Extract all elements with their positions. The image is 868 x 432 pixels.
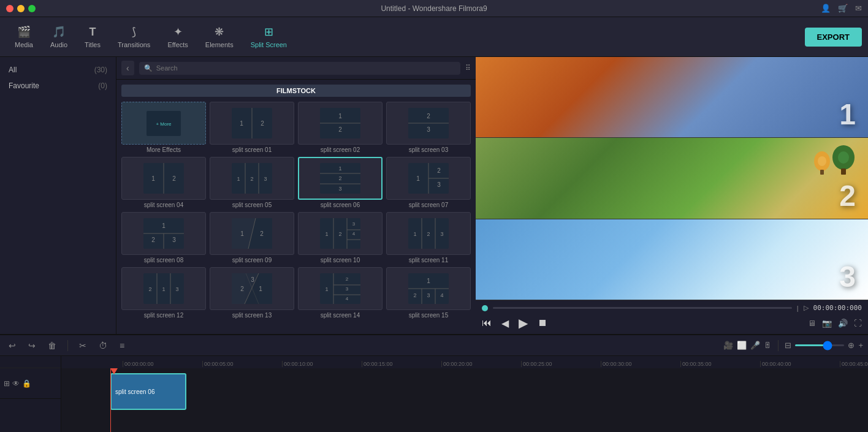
volume-icon[interactable]: 🔊	[838, 319, 848, 328]
play-button[interactable]: ▶	[519, 316, 528, 330]
split-09-thumb[interactable]: 1 2	[210, 212, 294, 255]
split-12-thumb[interactable]: 2 1 3	[121, 267, 206, 310]
pip-icon[interactable]: ⬜	[737, 341, 747, 350]
svg-text:2: 2	[172, 175, 176, 182]
zoom-slider[interactable]	[795, 344, 844, 346]
list-item[interactable]: 1 2 split screen 04	[121, 157, 206, 208]
preview-controls: | ▷ 00:00:00:000 ⏮ ◀ ▶ ⏹ 🖥 📷 🔊 ⛶	[476, 300, 868, 334]
list-item[interactable]: 1 2 3 4 split screen 14	[298, 267, 383, 319]
split-11-thumb[interactable]: 1 2 3	[386, 212, 471, 255]
account-icon[interactable]: 👤	[821, 4, 831, 13]
split-10-thumb[interactable]: 1 2 3 4	[298, 212, 383, 255]
mic-icon[interactable]: 🎤	[750, 341, 760, 350]
close-button[interactable]	[6, 5, 13, 12]
cut-button[interactable]: ✂	[75, 339, 90, 352]
toolbar-divider-2	[778, 340, 779, 351]
grid-view-icon[interactable]: ⠿	[465, 64, 471, 72]
split-06-thumb[interactable]: 1 2 3	[298, 157, 383, 200]
list-item[interactable]: 1 2 3 4 split screen 15	[386, 267, 471, 319]
toolbar-item-titles[interactable]: T Titles	[76, 21, 109, 53]
more-effects-thumb[interactable]: + More	[121, 102, 206, 145]
list-item[interactable]: + More More Effects	[121, 102, 206, 153]
add-track-icon[interactable]: +	[858, 341, 863, 350]
search-input[interactable]	[156, 64, 455, 72]
timeline-clip[interactable]: split screen 06	[110, 373, 186, 410]
export-button[interactable]: EXPORT	[805, 28, 862, 47]
redo-button[interactable]: ↪	[25, 339, 39, 352]
svg-text:2: 2	[427, 113, 430, 119]
properties-button[interactable]: ≡	[116, 339, 128, 352]
ruler-mark: 00:00:00:00	[123, 361, 202, 367]
list-item[interactable]: 1 2 3 split screen 08	[121, 212, 206, 263]
maximize-button[interactable]	[28, 5, 36, 12]
split-07-thumb[interactable]: 1 2 3	[386, 157, 471, 200]
notification-icon[interactable]: ✉	[855, 4, 862, 13]
screen-icon[interactable]: 🖥	[808, 319, 816, 328]
list-item[interactable]: 1 2 3 4 split screen 10	[298, 212, 383, 263]
minimize-button[interactable]	[17, 5, 25, 12]
split-02-thumb[interactable]: 1 2	[298, 102, 383, 145]
clip-speed-button[interactable]: ⏱	[95, 339, 111, 352]
toolbar-item-elements[interactable]: ❋ Elements	[197, 20, 242, 53]
split-04-thumb[interactable]: 1 2	[121, 157, 206, 200]
split-14-thumb[interactable]: 1 2 3 4	[298, 267, 383, 310]
list-item[interactable]: 2 1 3 split screen 12	[121, 267, 206, 319]
list-item[interactable]: 1 2 3 split screen 05	[210, 157, 294, 208]
list-item-label: split screen 04	[121, 202, 206, 208]
list-item[interactable]: 1 2 split screen 02	[298, 102, 383, 153]
timeline-area: ↩ ↪ 🗑 ✂ ⏱ ≡ 🎥 ⬜ 🎤 🎚 ⊟ ⊕ + ⊞ 👁 🔒	[0, 334, 868, 432]
track-lock-icon[interactable]: 🔒	[22, 379, 31, 388]
preview-panel-number-3: 3	[839, 260, 856, 294]
camera-icon[interactable]: 📷	[822, 319, 832, 328]
split-08-thumb[interactable]: 1 2 3	[121, 212, 206, 255]
split-05-thumb[interactable]: 1 2 3	[210, 157, 294, 200]
zoom-in-icon[interactable]: ⊕	[848, 341, 855, 350]
split-01-thumb[interactable]: 1 2	[210, 102, 294, 145]
list-item[interactable]: 1 2 3 split screen 06	[298, 157, 383, 208]
svg-text:2: 2	[151, 237, 155, 243]
list-item[interactable]: 1 2 split screen 09	[210, 212, 294, 263]
toolbar-label-media: Media	[15, 41, 33, 48]
list-item-label: split screen 09	[210, 257, 294, 263]
list-item[interactable]: 1 2 split screen 01	[210, 102, 294, 153]
svg-text:2: 2	[427, 231, 430, 237]
camera-record-icon[interactable]: 🎥	[723, 341, 733, 350]
stop-button[interactable]: ⏹	[538, 317, 547, 328]
audio-settings-icon[interactable]: 🎚	[764, 341, 772, 350]
purchase-icon[interactable]: 🛒	[838, 4, 848, 13]
zoom-out-icon[interactable]: ⊟	[785, 341, 791, 350]
toolbar-item-transitions[interactable]: ⟆ Transitions	[109, 20, 159, 53]
sidebar-label-favourite: Favourite	[9, 81, 39, 90]
grid-section: FILMSTOCK + More More Effects	[116, 80, 476, 324]
list-item-label: split screen 12	[121, 312, 206, 319]
svg-text:1: 1	[151, 175, 155, 182]
ruler-mark: 00:00:30:00	[601, 361, 680, 367]
progress-bar-container: | ▷ 00:00:00:000	[482, 304, 862, 312]
toolbar-item-audio[interactable]: 🎵 Audio	[42, 20, 76, 53]
list-item[interactable]: 2 3 split screen 03	[386, 102, 471, 153]
progress-track[interactable]	[493, 307, 792, 309]
list-item[interactable]: 1 2 3 split screen 07	[386, 157, 471, 208]
toolbar-item-split-screen[interactable]: ⊞ Split Screen	[242, 20, 295, 53]
list-item[interactable]: 2 1 3 split screen 13	[210, 267, 294, 319]
svg-text:+ More: + More	[156, 121, 172, 127]
sidebar-item-all[interactable]: All (30)	[0, 62, 116, 78]
rewind-button[interactable]: ⏮	[482, 317, 492, 328]
collapse-button[interactable]: ‹	[121, 61, 134, 75]
preview-panel-number-2: 2	[839, 179, 856, 213]
step-back-button[interactable]: ◀	[501, 317, 509, 329]
toolbar-item-media[interactable]: 🎬 Media	[6, 20, 42, 53]
toolbar-item-effects[interactable]: ✦ Effects	[159, 20, 196, 53]
section-label: FILMSTOCK	[121, 85, 471, 97]
delete-button[interactable]: 🗑	[44, 339, 60, 352]
track-eye-icon[interactable]: 👁	[12, 379, 20, 388]
svg-text:2: 2	[413, 292, 416, 298]
split-03-thumb[interactable]: 2 3	[386, 102, 471, 145]
fullscreen-icon[interactable]: ⛶	[854, 319, 862, 328]
split-13-thumb[interactable]: 2 1 3	[210, 267, 294, 310]
list-item[interactable]: 1 2 3 split screen 11	[386, 212, 471, 263]
undo-button[interactable]: ↩	[5, 339, 20, 352]
track-grid-icon[interactable]: ⊞	[4, 379, 10, 388]
sidebar-item-favourite[interactable]: Favourite (0)	[0, 78, 116, 94]
split-15-thumb[interactable]: 1 2 3 4	[386, 267, 471, 310]
